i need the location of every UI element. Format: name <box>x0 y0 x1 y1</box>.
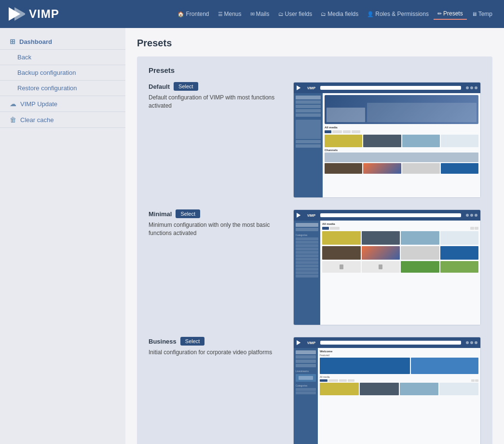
dashboard-icon: ⊞ <box>10 38 15 45</box>
select-button-minimal[interactable]: Select <box>176 209 200 218</box>
nav-frontend[interactable]: 🏠 Frontend <box>174 9 213 19</box>
mock-logo-business <box>297 340 303 345</box>
sidebar: ⊞ Dashboard Back Backup configuration Re… <box>0 28 125 444</box>
user-fields-icon: 🗂 <box>278 11 284 17</box>
mail-icon: ✉ <box>250 11 255 17</box>
preset-name-business: Business <box>149 338 177 345</box>
business-mockup: VIMP <box>294 337 480 444</box>
preset-preview-minimal: VIMP <box>293 209 481 325</box>
temp-icon: 🖥 <box>472 11 477 17</box>
trash-icon: 🗑 <box>10 116 16 124</box>
preset-info-default: Default Select Default configuration of … <box>149 82 284 110</box>
logo-icon <box>8 5 25 23</box>
menu-icon: ☰ <box>218 11 223 17</box>
preset-preview-default: VIMP <box>293 82 481 198</box>
sidebar-item-restore-configuration[interactable]: Restore configuration <box>0 81 125 96</box>
logo: VIMP <box>8 5 59 23</box>
preset-name-row-default: Default Select <box>149 82 284 91</box>
top-navigation: 🏠 Frontend ☰ Menus ✉ Mails 🗂 User fields… <box>174 8 496 20</box>
nav-presets[interactable]: ✏ Presets <box>434 8 467 20</box>
page-title: Presets <box>137 38 492 49</box>
main-layout: ⊞ Dashboard Back Backup configuration Re… <box>0 28 504 444</box>
preset-desc-minimal: Minimum configuration with only the most… <box>149 221 284 237</box>
panel-title: Presets <box>149 66 481 74</box>
preset-name-default: Default <box>149 83 170 90</box>
nav-user-fields[interactable]: 🗂 User fields <box>274 9 316 19</box>
mock-logo <box>297 85 303 90</box>
sidebar-item-dashboard[interactable]: ⊞ Dashboard <box>0 34 125 50</box>
preset-desc-business: Initial configuration for corporate vide… <box>149 348 284 357</box>
preset-name-row-minimal: Minimal Select <box>149 209 284 218</box>
nav-roles-permissions[interactable]: 👤 Roles & Permissions <box>363 9 433 19</box>
preset-preview-business: VIMP <box>293 337 481 444</box>
nav-temp[interactable]: 🖥 Temp <box>468 9 496 19</box>
preset-name-minimal: Minimal <box>149 210 172 218</box>
logo-text: VIMP <box>29 7 59 21</box>
select-button-default[interactable]: Select <box>174 82 198 91</box>
roles-icon: 👤 <box>367 11 374 17</box>
sidebar-item-clear-cache[interactable]: 🗑 Clear cache <box>0 112 125 128</box>
home-icon: 🏠 <box>177 11 184 17</box>
svg-marker-1 <box>14 7 25 21</box>
media-fields-icon: 🗂 <box>321 11 326 17</box>
preset-desc-default: Default configuration of VIMP with most … <box>149 94 284 110</box>
minimal-mockup: VIMP <box>294 210 480 325</box>
presets-icon: ✏ <box>437 11 442 17</box>
main-content: Presets Presets Default Select Default c… <box>125 28 504 444</box>
preset-info-business: Business Select Initial configuration fo… <box>149 337 284 357</box>
nav-media-fields[interactable]: 🗂 Media fields <box>317 9 362 19</box>
sidebar-item-backup-configuration[interactable]: Backup configuration <box>0 65 125 81</box>
sidebar-item-vimp-update[interactable]: ☁ VIMP Update <box>0 96 125 112</box>
preset-row-business: Business Select Initial configuration fo… <box>149 337 481 444</box>
nav-mails[interactable]: ✉ Mails <box>246 9 273 19</box>
topbar: VIMP 🏠 Frontend ☰ Menus ✉ Mails 🗂 User f… <box>0 0 504 28</box>
presets-panel: Presets Default Select Default configura… <box>137 56 492 444</box>
select-button-business[interactable]: Select <box>180 337 205 346</box>
preset-row-default: Default Select Default configuration of … <box>149 82 481 198</box>
sidebar-item-back[interactable]: Back <box>0 50 125 65</box>
default-mockup: VIMP <box>294 83 480 198</box>
nav-menus[interactable]: ☰ Menus <box>214 9 245 19</box>
preset-name-row-business: Business Select <box>149 337 284 346</box>
cloud-icon: ☁ <box>10 100 16 108</box>
mock-logo-minimal <box>297 213 303 218</box>
preset-row-minimal: Minimal Select Minimum configuration wit… <box>149 209 481 325</box>
preset-info-minimal: Minimal Select Minimum configuration wit… <box>149 209 284 237</box>
